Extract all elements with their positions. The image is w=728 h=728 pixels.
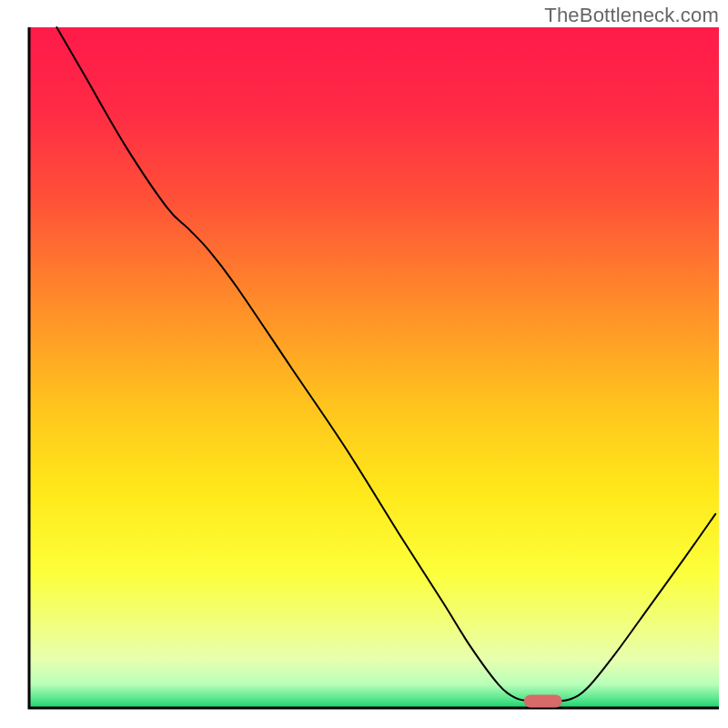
plot-background xyxy=(29,27,719,708)
watermark-text: TheBottleneck.com xyxy=(544,4,719,27)
chart-container: TheBottleneck.com xyxy=(0,0,728,728)
bottleneck-chart xyxy=(0,0,728,728)
optimal-marker xyxy=(524,695,562,708)
